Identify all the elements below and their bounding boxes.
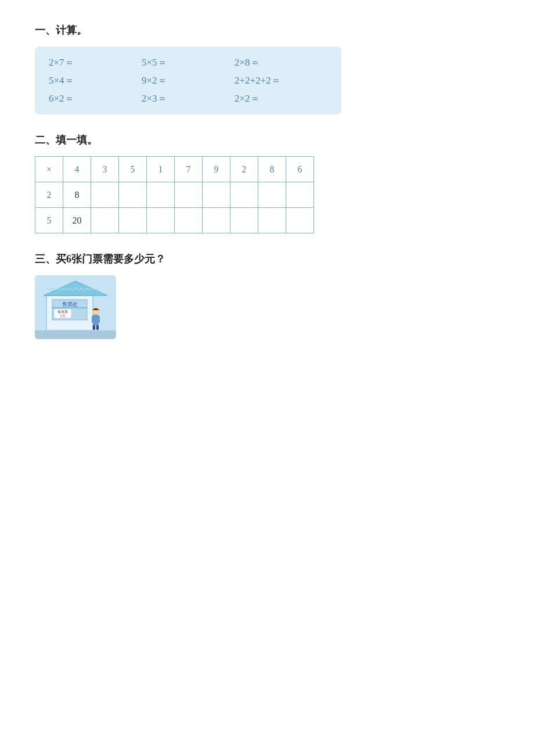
table-row-5-col-5[interactable] (119, 208, 147, 233)
svg-rect-3 (52, 307, 87, 308)
table-header-8: 8 (258, 157, 286, 182)
table-row-2-col-3[interactable] (91, 182, 119, 208)
table-header-3: 3 (91, 157, 119, 182)
section-3-title: 三、买6张门票需要多少元？ (35, 252, 499, 266)
calc-row-1: 2×7＝ 5×5＝ 2×8＝ (49, 56, 327, 69)
table-row-2-col-9[interactable] (203, 182, 230, 208)
booth-svg: 售票处 每张票 2元 (35, 275, 116, 339)
ticket-booth-image: 售票处 每张票 2元 (35, 275, 116, 339)
calc-item-2-1: 5×4＝ (49, 74, 142, 87)
svg-rect-14 (35, 330, 116, 339)
calc-item-3-3: 2×2＝ (234, 92, 327, 105)
table-row-5-col-2[interactable] (230, 208, 258, 233)
svg-text:2元: 2元 (60, 314, 66, 318)
calc-item-1-2: 5×5＝ (142, 56, 234, 69)
calc-item-2-3: 2+2+2+2＝ (234, 74, 327, 87)
table-row-2-col-8[interactable] (258, 182, 286, 208)
table-header-row: × 4 3 5 1 7 9 2 8 6 (35, 157, 314, 182)
svg-rect-12 (93, 325, 95, 330)
svg-rect-13 (96, 325, 99, 330)
table-header-4: 4 (63, 157, 91, 182)
svg-text:售票处: 售票处 (62, 301, 78, 307)
table-header-9: 9 (203, 157, 230, 182)
calc-item-2-2: 9×2＝ (142, 74, 234, 87)
table-row-2-col-5[interactable] (119, 182, 147, 208)
table-row-5-col-1[interactable] (147, 208, 175, 233)
table-header-6: 6 (286, 157, 314, 182)
table-header-1: 1 (147, 157, 175, 182)
fill-table: × 4 3 5 1 7 9 2 8 6 2 8 (35, 156, 314, 233)
table-row-2-col-2[interactable] (230, 182, 258, 208)
section-1-title: 一、计算。 (35, 23, 499, 37)
table-header-2: 2 (230, 157, 258, 182)
svg-rect-10 (92, 316, 94, 323)
section-1: 一、计算。 2×7＝ 5×5＝ 2×8＝ 5×4＝ 9×2＝ 2+2+2+2＝ … (35, 23, 499, 114)
table-row-2-col-4[interactable]: 8 (63, 182, 91, 208)
svg-text:每张票: 每张票 (57, 310, 68, 314)
table-header-7: 7 (175, 157, 203, 182)
section-2-title: 二、填一填。 (35, 133, 499, 147)
table-row-5-col-7[interactable] (175, 208, 203, 233)
table-header-5: 5 (119, 157, 147, 182)
calc-box: 2×7＝ 5×5＝ 2×8＝ 5×4＝ 9×2＝ 2+2+2+2＝ 6×2＝ 2… (35, 46, 341, 114)
table-row-5-col-8[interactable] (258, 208, 286, 233)
calc-item-1-3: 2×8＝ (234, 56, 327, 69)
table-row-5-col-3[interactable] (91, 208, 119, 233)
table-row-5-col-6[interactable] (286, 208, 314, 233)
table-row-2-col-7[interactable] (175, 182, 203, 208)
section-2: 二、填一填。 × 4 3 5 1 7 9 2 8 6 2 8 (35, 133, 499, 233)
table-row-5-label: 5 (35, 208, 63, 233)
calc-item-3-2: 2×3＝ (142, 92, 234, 105)
table-row-2-label: 2 (35, 182, 63, 208)
calc-item-3-1: 6×2＝ (49, 92, 142, 105)
section-3: 三、买6张门票需要多少元？ 售票处 每张票 2元 (35, 252, 499, 339)
table-header-cross: × (35, 157, 63, 182)
table-row-5-col-9[interactable] (203, 208, 230, 233)
table-row-2-col-1[interactable] (147, 182, 175, 208)
table-row-2-col-6[interactable] (286, 182, 314, 208)
calc-row-2: 5×4＝ 9×2＝ 2+2+2+2＝ (49, 74, 327, 87)
calc-item-1-1: 2×7＝ (49, 56, 142, 69)
calc-row-3: 6×2＝ 2×3＝ 2×2＝ (49, 92, 327, 105)
svg-rect-11 (98, 316, 100, 323)
table-row-5: 5 20 (35, 208, 314, 233)
table-row-5-col-4[interactable]: 20 (63, 208, 91, 233)
table-row-2: 2 8 (35, 182, 314, 208)
